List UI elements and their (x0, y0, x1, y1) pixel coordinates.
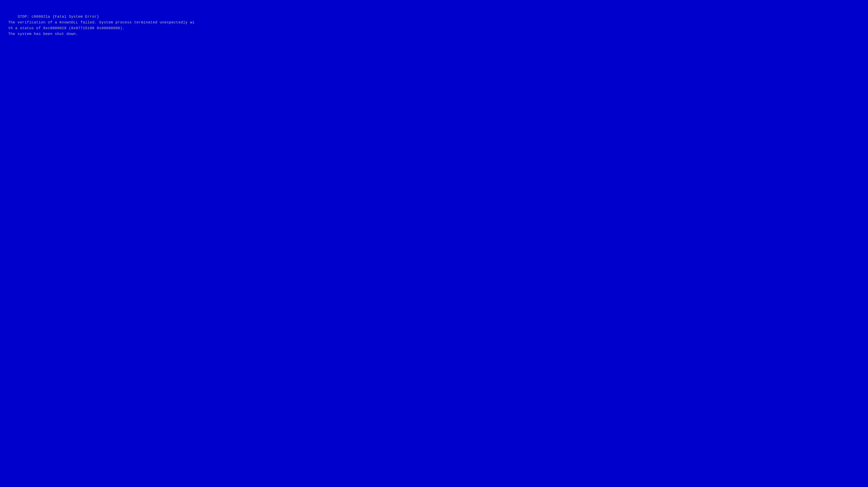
error-line2: The verification of a KnownDLL failed. S… (8, 20, 195, 25)
bsod-message: STOP: c000021a {Fatal System Error} The … (8, 8, 195, 42)
shutdown-line: The system has been shut down. (8, 32, 78, 36)
stop-line: STOP: c000021a {Fatal System Error} (18, 15, 99, 19)
bsod-screen: STOP: c000021a {Fatal System Error} The … (0, 0, 868, 487)
error-line3: th a status of 0xc0000020 (0x07715100 0x… (8, 26, 125, 30)
